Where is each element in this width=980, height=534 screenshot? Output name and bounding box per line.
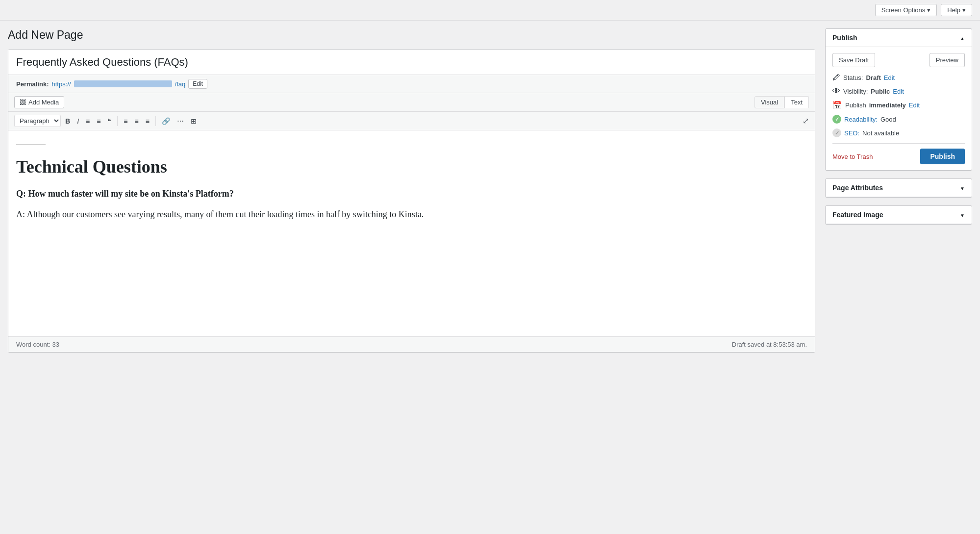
post-title-input[interactable] [8, 50, 815, 75]
editor-formatting-bar: Paragraph Heading 1 Heading 2 Heading 3 … [8, 112, 815, 130]
featured-image-title: Featured Image [832, 211, 883, 219]
schedule-label: Publish [845, 102, 866, 109]
status-edit-link[interactable]: Edit [884, 74, 895, 81]
seo-row: ✓ SEO: Not available [832, 128, 965, 137]
page-attributes-box: Page Attributes [825, 178, 972, 198]
publish-footer: Move to Trash Publish [832, 143, 965, 164]
permalink-blurred [74, 80, 172, 87]
permalink-suffix[interactable]: /faq [175, 80, 186, 88]
more-button[interactable]: ⋯ [175, 116, 186, 126]
status-value: Draft [866, 74, 880, 81]
content-answer: A: Although our customers see varying re… [16, 207, 807, 222]
readability-link[interactable]: Readability: [844, 116, 878, 123]
editor-toolbar-top: 🖼 Add Media Visual Text [8, 93, 815, 112]
align-left-button[interactable]: ≡ [121, 116, 130, 126]
add-media-button[interactable]: 🖼 Add Media [14, 96, 64, 108]
align-right-button[interactable]: ≡ [143, 116, 152, 126]
screen-options-label: Screen Options [881, 6, 926, 14]
editor-content-area[interactable]: Technical Questions Q: How much faster w… [8, 130, 815, 336]
unordered-list-button[interactable]: ≡ [83, 116, 92, 126]
editor-footer: Word count: 33 Draft saved at 8:53:53 am… [8, 336, 815, 352]
editor-wrap: Permalink: https:// /faq Edit 🖼 Add Medi… [8, 50, 815, 353]
visibility-value: Public [871, 88, 890, 95]
screen-options-button[interactable]: Screen Options ▾ [875, 4, 937, 16]
publish-toggle-icon [960, 34, 965, 42]
move-to-trash-link[interactable]: Move to Trash [832, 153, 873, 160]
visibility-icon: 👁 [832, 87, 840, 96]
publish-actions: Save Draft Preview [832, 53, 965, 67]
toolbar-separator-1 [117, 116, 118, 126]
help-label: Help [947, 6, 960, 14]
page-title: Add New Page [8, 28, 815, 42]
publish-box-header[interactable]: Publish [826, 29, 972, 47]
permalink-label: Permalink: [16, 80, 49, 88]
toolbar-separator-2 [155, 116, 156, 126]
page-attributes-toggle-icon [960, 184, 965, 192]
permalink-edit-button[interactable]: Edit [188, 79, 207, 89]
featured-image-box: Featured Image [825, 205, 972, 225]
blockquote-button[interactable]: ❝ [105, 116, 114, 126]
page-attributes-header[interactable]: Page Attributes [826, 179, 972, 197]
seo-link[interactable]: SEO: [844, 129, 859, 137]
page-attributes-title: Page Attributes [832, 184, 883, 192]
draft-saved: Draft saved at 8:53:53 am. [732, 341, 807, 348]
visibility-edit-link[interactable]: Edit [893, 88, 904, 95]
permalink-bar: Permalink: https:// /faq Edit [8, 75, 815, 93]
help-chevron: ▾ [962, 6, 966, 14]
preview-button[interactable]: Preview [930, 53, 965, 67]
readability-value: Good [880, 116, 896, 123]
visibility-label: Visibility: [843, 88, 868, 95]
add-media-label: Add Media [28, 99, 59, 106]
tab-text[interactable]: Text [784, 96, 809, 108]
align-center-button[interactable]: ≡ [132, 116, 141, 126]
screen-options-chevron: ▾ [927, 6, 930, 14]
status-label: Status: [843, 74, 863, 81]
visibility-row: 👁 Visibility: Public Edit [832, 87, 965, 96]
featured-image-toggle-icon [960, 211, 965, 219]
seo-icon: ✓ [832, 128, 841, 137]
status-row: 🖉 Status: Draft Edit [832, 73, 965, 82]
schedule-edit-link[interactable]: Edit [909, 102, 920, 109]
schedule-value: immediately [869, 102, 906, 109]
sidebar: Publish Save Draft Preview 🖉 Status: Dra… [825, 28, 972, 522]
permalink-prefix[interactable]: https:// [51, 80, 71, 88]
publish-button[interactable]: Publish [920, 149, 965, 164]
schedule-row: 📅 Publish immediately Edit [832, 101, 965, 110]
readability-row: ✓ Readability: Good [832, 115, 965, 124]
featured-image-header[interactable]: Featured Image [826, 206, 972, 224]
content-question: Q: How much faster will my site be on Ki… [16, 189, 807, 199]
save-draft-button[interactable]: Save Draft [832, 53, 875, 67]
word-count: Word count: 33 [16, 341, 59, 348]
top-bar: Screen Options ▾ Help ▾ [0, 0, 980, 21]
readability-icon: ✓ [832, 115, 841, 124]
publish-title: Publish [832, 34, 857, 42]
help-button[interactable]: Help ▾ [941, 4, 972, 16]
italic-button[interactable]: I [75, 116, 81, 126]
status-icon: 🖉 [832, 73, 840, 82]
editor-tabs: Visual Text [754, 96, 809, 108]
ordered-list-button[interactable]: ≡ [94, 116, 103, 126]
seo-value: Not available [862, 129, 899, 137]
main-layout: Add New Page Permalink: https:// /faq Ed… [0, 21, 980, 530]
add-media-icon: 🖼 [20, 99, 26, 106]
publish-box: Publish Save Draft Preview 🖉 Status: Dra… [825, 28, 972, 171]
content-divider [16, 144, 46, 145]
link-button[interactable]: 🔗 [159, 116, 173, 126]
publish-box-body: Save Draft Preview 🖉 Status: Draft Edit … [826, 47, 972, 170]
expand-button[interactable]: ⤢ [803, 116, 809, 126]
bold-button[interactable]: B [63, 116, 73, 126]
content-area: Add New Page Permalink: https:// /faq Ed… [8, 28, 815, 522]
content-heading: Technical Questions [16, 156, 807, 177]
schedule-icon: 📅 [832, 101, 842, 110]
tab-visual[interactable]: Visual [754, 96, 784, 108]
paragraph-select[interactable]: Paragraph Heading 1 Heading 2 Heading 3 [14, 115, 61, 127]
grid-button[interactable]: ⊞ [188, 116, 199, 126]
